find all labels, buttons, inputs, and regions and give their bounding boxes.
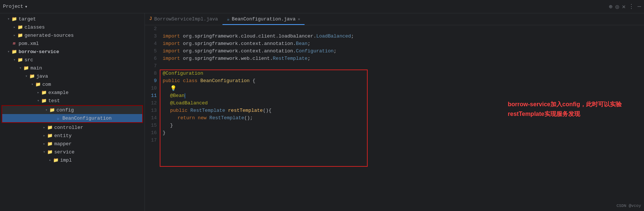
more-icon[interactable]: ⋮ <box>628 3 634 10</box>
code-line-4: import org.springframework.context.annot… <box>163 40 641 48</box>
chevron-controller <box>42 125 47 130</box>
code-line-6: import org.springframework.web.client.Re… <box>163 55 641 62</box>
sidebar-item-service[interactable]: 📁 service <box>0 148 144 156</box>
annotation-line1: borrow-service加入config，此时可以实验 <box>508 100 622 109</box>
code-line-9: public class BeanConfiguration { <box>163 77 641 85</box>
sidebar-item-impl[interactable]: 📁 impl <box>0 156 144 164</box>
folder-icon-borrow-service: 📁 <box>11 49 17 55</box>
label-classes: classes <box>25 25 45 30</box>
tab-icon-borrow: J <box>149 16 152 22</box>
right-annotation: borrow-service加入config，此时可以实验 restTempla… <box>508 100 622 119</box>
folder-icon-com: 📁 <box>35 81 41 87</box>
folder-icon-impl: 📁 <box>53 157 59 163</box>
annotation-line2: restTemplate实现服务发现 <box>508 109 622 119</box>
csdn-watermark: CSDN @vcoy <box>617 204 641 208</box>
label-example: example <box>48 90 69 95</box>
code-line-15: } <box>163 122 641 129</box>
tab-bean-configuration[interactable]: ☕ BeanConfiguration.java ✕ <box>222 14 305 25</box>
label-main: main <box>30 65 42 71</box>
folder-icon-config: 📁 <box>49 107 55 113</box>
folder-icon-service: 📁 <box>47 149 53 155</box>
chevron-main <box>18 65 23 71</box>
chevron-test <box>36 98 41 103</box>
chevron-borrow-service <box>6 49 11 54</box>
chevron-service <box>42 149 47 155</box>
minimize-icon[interactable]: — <box>637 3 641 10</box>
sidebar-item-entity[interactable]: 📁 entity <box>0 132 144 140</box>
sidebar-item-com[interactable]: 📁 com <box>0 80 144 88</box>
chevron-target <box>6 16 11 22</box>
label-entity: entity <box>54 133 72 139</box>
tab-borrow-service-impl[interactable]: J BorrowServiceImpl.java <box>145 14 222 25</box>
sidebar-item-src[interactable]: 📁 src <box>0 56 144 64</box>
code-line-3: import org.springframework.cloud.client.… <box>163 33 641 40</box>
sidebar-item-java[interactable]: 📁 java <box>0 72 144 80</box>
main-layout: 📁 target 📁 classes 📁 generated-sources m… <box>0 13 644 211</box>
label-config: config <box>56 107 74 113</box>
lightbulb-icon[interactable]: 💡 <box>170 85 176 92</box>
sidebar-item-config[interactable]: 📁 config <box>2 106 142 114</box>
label-borrow-service: borrow-service <box>19 49 59 55</box>
sidebar-item-target[interactable]: 📁 target <box>0 15 144 23</box>
sidebar-item-main[interactable]: 📁 main <box>0 64 144 72</box>
project-title[interactable]: Project ▾ <box>3 4 27 10</box>
chevron-config <box>44 107 49 113</box>
label-service: service <box>54 149 75 155</box>
folder-icon-mapper: 📁 <box>47 141 53 147</box>
sidebar-item-example[interactable]: 📁 example <box>0 88 144 97</box>
top-bar: Project ▾ ⊕ ◎ ✕ ⋮ — <box>0 0 644 13</box>
tab-close-bean[interactable]: ✕ <box>298 17 300 22</box>
top-bar-icons: ⊕ ◎ ✕ ⋮ — <box>609 3 641 10</box>
chevron-src <box>12 57 17 62</box>
label-test: test <box>48 98 60 104</box>
code-editor: 2 3 4 5 6 7 8 9 10 11 12 13 14 15 16 17 <box>145 25 644 211</box>
project-chevron: ▾ <box>25 4 28 10</box>
sync-icon[interactable]: ◎ <box>615 3 619 10</box>
folder-icon-main: 📁 <box>23 65 29 71</box>
label-impl: impl <box>60 158 72 163</box>
line-numbers: 2 3 4 5 6 7 8 9 10 11 12 13 14 15 16 17 <box>145 25 160 211</box>
code-line-5: import org.springframework.context.annot… <box>163 48 641 55</box>
folder-icon-java: 📁 <box>29 73 35 79</box>
code-line-11: @Bean <box>163 92 641 100</box>
label-src: src <box>25 57 33 63</box>
label-mapper: mapper <box>54 141 72 147</box>
label-java: java <box>36 74 48 79</box>
sidebar-item-pom[interactable]: m pom.xml <box>0 39 144 48</box>
code-line-7 <box>163 62 641 70</box>
tab-label-bean: BeanConfiguration.java <box>232 16 296 22</box>
label-generated-sources: generated-sources <box>25 33 74 38</box>
sidebar-item-classes[interactable]: 📁 classes <box>0 23 144 31</box>
label-com: com <box>42 82 51 87</box>
chevron-java <box>24 74 29 79</box>
folder-icon-entity: 📁 <box>47 133 53 139</box>
chevron-generated-sources <box>12 33 17 38</box>
code-line-10: 💡 <box>163 85 641 92</box>
sidebar-item-controller[interactable]: 📁 controller <box>0 123 144 132</box>
code-line-2 <box>163 25 641 33</box>
add-icon[interactable]: ⊕ <box>609 3 612 10</box>
sidebar-item-test[interactable]: 📁 test <box>0 97 144 105</box>
sidebar-item-beanconfiguration[interactable]: ☕ BeanConfiguration <box>2 114 142 122</box>
close-icon[interactable]: ✕ <box>622 3 626 10</box>
chevron-mapper <box>42 141 47 146</box>
chevron-example <box>36 90 41 95</box>
label-pom: pom.xml <box>19 41 39 46</box>
folder-icon-classes: 📁 <box>17 24 23 30</box>
project-label: Project <box>3 4 23 9</box>
folder-icon-controller: 📁 <box>47 124 53 130</box>
chevron-com <box>30 82 35 87</box>
code-line-16: } <box>163 129 641 137</box>
label-controller: controller <box>54 125 83 130</box>
tab-icon-bean: ☕ <box>227 16 230 22</box>
sidebar: 📁 target 📁 classes 📁 generated-sources m… <box>0 13 145 211</box>
chevron-impl <box>48 158 53 163</box>
sidebar-item-generated-sources[interactable]: 📁 generated-sources <box>0 31 144 39</box>
folder-icon-generated-sources: 📁 <box>17 32 23 38</box>
chevron-classes <box>12 25 17 30</box>
chevron-entity <box>42 133 47 138</box>
folder-icon-target: 📁 <box>11 16 17 22</box>
sidebar-item-mapper[interactable]: 📁 mapper <box>0 140 144 148</box>
sidebar-item-borrow-service[interactable]: 📁 borrow-service <box>0 48 144 56</box>
tab-label-borrow: BorrowServiceImpl.java <box>154 16 218 22</box>
